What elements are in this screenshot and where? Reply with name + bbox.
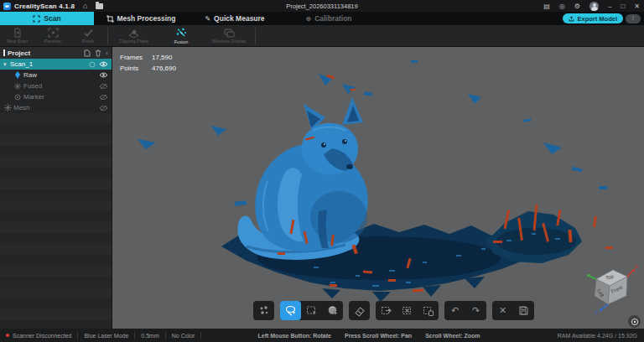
project-title: Project_20260331134819 [286, 3, 357, 10]
disconnected-dot-icon [6, 334, 9, 337]
save-button[interactable] [513, 301, 534, 320]
tree-item-mesh[interactable]: Mesh [0, 102, 112, 113]
mode-tab-bar: Scan Mesh Processing ✎ Quick Measure ⊕ C… [0, 12, 644, 25]
laser-mode-status: Blue Laser Mode [78, 332, 135, 339]
undo-icon: ↶ [451, 305, 459, 316]
news-icon[interactable]: ▤ [543, 3, 550, 10]
edit-toolbar: ↶ ↷ ✕ [253, 301, 534, 320]
project-panel-header: Project ‹ [0, 47, 112, 59]
frames-label: Frames [120, 52, 145, 63]
wireless-display-button[interactable]: Wireless Display [205, 26, 253, 46]
export-icon [569, 16, 574, 22]
accuracy-status: 0.5mm [135, 332, 165, 339]
cancel-x-icon: ✕ [499, 305, 506, 316]
history-group: ↶ ↷ [444, 301, 486, 320]
new-scan-icon [13, 28, 23, 38]
isolated-points-tool-button[interactable] [253, 301, 274, 320]
user-avatar[interactable] [589, 2, 599, 11]
wireless-display-icon [224, 28, 235, 38]
clipping-plane-button[interactable]: Clipping Plane [110, 26, 158, 46]
paint-select-tool-button[interactable] [322, 301, 343, 320]
redo-button[interactable]: ↷ [465, 301, 486, 320]
hint-rotate: Left Mouse Button: Rotate [258, 333, 332, 339]
expand-caret-icon[interactable]: ▾ [3, 61, 10, 68]
tab-quick-measure[interactable]: ✎ Quick Measure [188, 12, 282, 25]
clipping-plane-icon [128, 28, 139, 38]
save-floppy-icon [518, 305, 529, 316]
lock-icon [89, 61, 96, 68]
visibility-eye-icon[interactable] [99, 61, 108, 67]
visibility-eye-icon[interactable] [99, 72, 108, 78]
share-button[interactable]: ⤴ [626, 14, 641, 23]
scan-stats: Frames 17,590 Points 476,690 [120, 52, 176, 74]
finish-check-icon [83, 28, 94, 38]
viewport-3d[interactable]: Frames 17,590 Points 476,690 [112, 47, 644, 329]
empty-tree-rows [0, 113, 112, 329]
title-bar: CrealityScan 4.1.8 ⌂ Project_20260331134… [0, 0, 644, 12]
pencil-icon: ✎ [205, 15, 210, 23]
axis-y-label: Y [595, 310, 598, 315]
fox-scan-model[interactable] [112, 47, 644, 329]
rect-select-tool-button[interactable] [301, 301, 322, 320]
maximize-button[interactable]: □ [621, 3, 625, 10]
fused-icon [13, 83, 22, 90]
eraser-tool-button[interactable] [349, 301, 370, 320]
mesh-crop-icon [106, 15, 114, 23]
selection-tools-group [280, 301, 343, 320]
tree-item-fused[interactable]: Fused [0, 80, 112, 91]
axis-x-label: X [635, 264, 638, 269]
confirm-group: ✕ [492, 301, 534, 320]
hint-pan: Press Scroll Wheel: Pan [345, 333, 412, 339]
cancel-button[interactable]: ✕ [492, 301, 513, 320]
finish-button[interactable]: Finish [70, 26, 106, 46]
preview-button[interactable]: Preview [35, 26, 70, 46]
tree-item-scan1[interactable]: ▾ Scan_1 [0, 59, 112, 70]
delete-trash-icon[interactable] [95, 49, 101, 57]
expand-selection-button[interactable] [376, 301, 397, 320]
mesh-icon [3, 104, 12, 111]
fit-view-target-icon [631, 318, 639, 326]
ram-available: RAM Available 4.24G / 15.92G [558, 333, 637, 339]
preview-icon [48, 28, 59, 38]
new-item-icon[interactable] [84, 49, 91, 57]
frames-value: 17,590 [152, 52, 172, 63]
settings-gear-icon[interactable]: ⚙ [574, 3, 580, 10]
project-panel: Project ‹ ▾ Scan_1 [0, 47, 112, 329]
fusion-button[interactable]: Fusion [158, 26, 205, 46]
ribbon-toolbar: New Scan Preview Finish Clipping Plane [0, 25, 644, 47]
home-icon[interactable]: ⌂ [83, 0, 87, 12]
clear-selection-button[interactable] [418, 301, 439, 320]
tab-mesh-processing[interactable]: Mesh Processing [94, 12, 188, 25]
new-scan-button[interactable]: New Scan [0, 26, 35, 46]
visibility-off-icon[interactable] [99, 94, 108, 101]
app-logo-icon [3, 3, 11, 10]
close-button[interactable]: ✕ [634, 3, 640, 10]
support-headset-icon[interactable]: ◎ [559, 3, 565, 10]
project-panel-title: Project [8, 49, 84, 57]
tree-item-raw[interactable]: Raw [0, 70, 112, 80]
folder-icon[interactable] [96, 3, 103, 9]
redo-icon: ↷ [472, 305, 480, 316]
export-model-button[interactable]: Export Model [563, 13, 623, 23]
fit-view-button[interactable] [628, 315, 641, 328]
status-bar: Scanner Disconnected Blue Laser Mode 0.5… [0, 329, 644, 342]
hint-zoom: Scroll Wheel: Zoom [425, 333, 480, 339]
delete-selection-button[interactable] [397, 301, 418, 320]
crealityscan-window: CrealityScan 4.1.8 ⌂ Project_20260331134… [0, 0, 644, 342]
scan-frame-icon [33, 15, 40, 23]
toolbar-divider [255, 28, 256, 44]
undo-button[interactable]: ↶ [444, 301, 465, 320]
visibility-off-icon[interactable] [99, 83, 108, 90]
tab-calibration[interactable]: ⊕ Calibration [282, 12, 376, 25]
header-accent-bar [3, 49, 5, 56]
tree-item-marker[interactable]: Marker [0, 91, 112, 102]
color-mode-status: No Color [166, 332, 202, 339]
visibility-off-icon[interactable] [99, 105, 108, 111]
collapse-panel-icon[interactable]: ‹ [106, 49, 108, 57]
minimize-button[interactable]: – [608, 3, 611, 10]
navigation-cube[interactable]: Top Front Left X Y [584, 263, 640, 315]
points-value: 476,690 [152, 63, 176, 74]
tab-scan[interactable]: Scan [0, 12, 94, 25]
lasso-select-tool-button[interactable] [280, 301, 301, 320]
main-area: Project ‹ ▾ Scan_1 [0, 47, 644, 329]
